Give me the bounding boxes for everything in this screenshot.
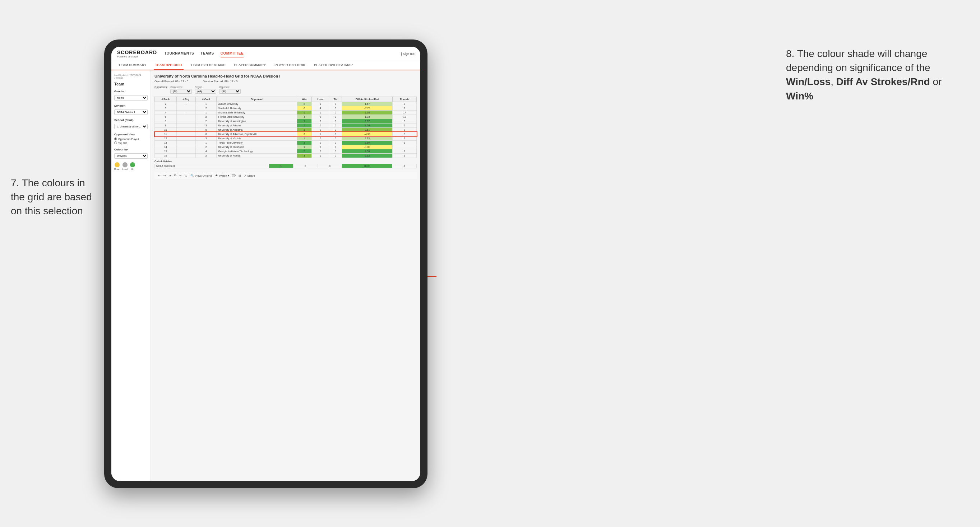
toolbar-undo[interactable]: ↩ [158,174,161,177]
cell-tie: 0 [329,106,342,111]
cell-tie: 0 [329,154,342,158]
radio-top100[interactable]: Top 100 [114,141,148,144]
toolbar-cut[interactable]: ✂ [179,174,182,177]
th-conf: # Conf [196,97,216,102]
subnav-team-h2h-heatmap[interactable]: TEAM H2H HEATMAP [189,61,227,70]
th-reg: # Reg [177,97,196,102]
sidebar-division-select[interactable]: NCAA Division I [114,110,148,115]
toolbar-forward[interactable]: ⇥ [169,174,171,177]
table-row: 11 6 University of Arkansas, Fayettevill… [155,132,417,137]
sidebar-radio-group: Opponents Played Top 100 [114,138,148,144]
nav-items: TOURNAMENTS TEAMS COMMITTEE [164,50,394,57]
cell-rounds: 9 [393,141,417,145]
table-row: 15 4 Georgia Institute of Technology 5 0… [155,149,417,154]
toolbar-comment[interactable]: 💬 [232,174,235,177]
cell-rank: 13 [155,141,177,145]
cell-loss: 1 [312,154,329,158]
legend-up: Up [130,162,135,170]
app-header: SCOREBOARD Powered by clippd TOURNAMENTS… [111,47,420,61]
nav-committee[interactable]: COMMITTEE [221,50,244,57]
out-of-division-table: NCAA Division II 1 0 0 26.00 3 [154,164,417,168]
cell-rank: 15 [155,149,177,154]
opponent-filter-label: Opponent [219,86,241,88]
cell-conf: 2 [196,115,216,119]
cell-conf: 2 [196,119,216,124]
radio-top100-label: Top 100 [118,142,127,144]
cell-tie: 0 [329,124,342,128]
toolbar-copy[interactable]: ⧉ [174,174,177,177]
cell-conf: 2 [196,154,216,158]
conference-select[interactable]: (All) [170,89,192,94]
cell-rounds: 3 [393,132,417,137]
sidebar-team-label: Team [114,82,148,86]
cell-rank: 14 [155,145,177,149]
radio-opponents-played[interactable]: Opponents Played [114,138,148,140]
th-win: Win [297,97,312,102]
table-row: 2 - 1 Auburn University 2 1 0 1.67 9 [155,102,417,106]
cell-ood-rounds: 3 [392,164,417,168]
subnav-player-h2h-grid[interactable]: PLAYER H2H GRID [273,61,307,70]
cell-opponent: Texas Tech University [216,141,297,145]
sidebar-timestamp: Last Updated: 27/03/202416:55:38 [114,74,148,79]
toolbar-watch[interactable]: 👁 Watch ▾ [215,174,229,177]
cell-diff: -1.00 [342,145,393,149]
cell-diff: 2.28 [342,111,393,115]
conference-filter-label: Conference [170,86,192,88]
opponent-select[interactable]: (All) [219,89,241,94]
subnav-team-summary[interactable]: TEAM SUMMARY [117,61,148,70]
region-filter: Region (All) [195,86,216,94]
table-row: 3 2 Vanderbilt University 0 4 0 -2.29 8 [155,106,417,111]
toolbar-share[interactable]: ↗ Share [244,174,255,177]
cell-conf: 1 [196,102,216,106]
cell-rank: 2 [155,102,177,106]
cell-rank: 12 [155,137,177,141]
region-filter-label: Region [195,86,216,88]
sub-nav: TEAM SUMMARY TEAM H2H GRID TEAM H2H HEAT… [111,61,420,70]
subnav-player-h2h-heatmap[interactable]: PLAYER H2H HEATMAP [313,61,354,70]
filters-row: Opponents: Conference (All) Region (All) [154,86,417,94]
cell-rounds: 8 [393,128,417,132]
cell-ood-tie: 0 [318,164,342,168]
cell-reg [177,141,196,145]
sidebar-opponent-view-label: Opponent View [114,133,148,136]
table-row: 6 2 Florida State University 4 2 0 1.83 … [155,115,417,119]
tablet-screen: SCOREBOARD Powered by clippd TOURNAMENTS… [111,47,420,481]
nav-tournaments[interactable]: TOURNAMENTS [164,50,194,57]
subnav-team-h2h-grid[interactable]: TEAM H2H GRID [154,61,184,70]
cell-reg: - [177,111,196,115]
sidebar-gender-select[interactable]: Men's [114,95,148,100]
cell-loss: 0 [312,149,329,154]
cell-diff: -2.29 [342,106,393,111]
sidebar-colour-by-select[interactable]: Win/loss [114,153,148,159]
cell-rounds: 12 [393,115,417,119]
sidebar-legend: Down Level Up [114,162,148,170]
subnav-player-summary[interactable]: PLAYER SUMMARY [233,61,267,70]
region-select[interactable]: (All) [195,89,216,94]
cell-opponent: University of Oklahoma [216,145,297,149]
th-loss: Loss [312,97,329,102]
cell-division-name: NCAA Division II [155,164,269,168]
toolbar-embed[interactable]: ⊞ [239,174,241,177]
sign-out-link[interactable]: | Sign out [401,52,415,56]
cell-diff: 6.62 [342,154,393,158]
cell-diff: 3.67 [342,119,393,124]
cell-tie: 0 [329,149,342,154]
sidebar-colour-by-label: Colour by [114,148,148,151]
sidebar-school-select[interactable]: 1. University of Nort... [114,124,148,129]
legend-down: Down [114,162,120,170]
cell-opponent: University of Arkansas, Fayetteville [216,132,297,137]
toolbar-timer[interactable]: ⏱ [185,174,188,177]
grid-toolbar: ↩ ↪ ⇥ ⧉ ✂ ⏱ 🔍 View: Original 👁 Watch ▾ 💬… [154,172,417,179]
cell-conf: 3 [196,137,216,141]
opponents-label: Opponents: [154,86,167,94]
sidebar-gender-label: Gender [114,90,148,93]
toolbar-redo[interactable]: ↪ [164,174,166,177]
division-record: Division Record: 88 - 17 - 0 [203,80,237,83]
cell-opponent: Vanderbilt University [216,106,297,111]
legend-down-circle [115,162,119,167]
cell-conf: 5 [196,128,216,132]
cell-loss: 0 [312,145,329,149]
cell-opponent: Arizona State University [216,111,297,115]
nav-teams[interactable]: TEAMS [200,50,214,57]
table-row: 4 - 1 Arizona State University 5 1 0 2.2… [155,111,417,115]
